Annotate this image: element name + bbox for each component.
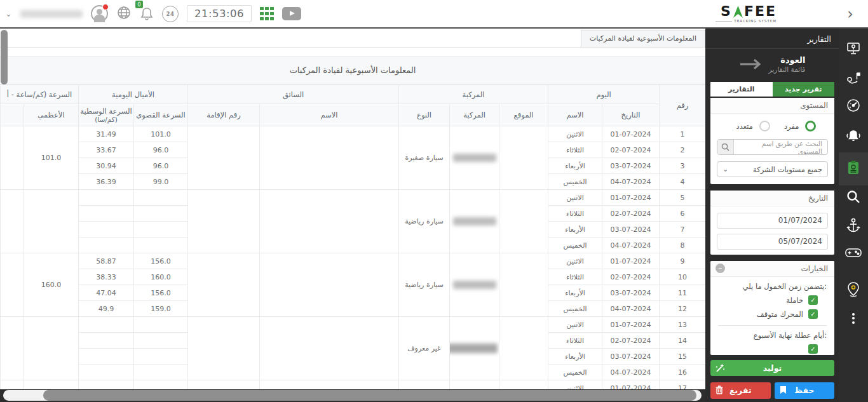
company-levels-select[interactable]: ⌄ جميع مستويات الشركة — [717, 161, 828, 177]
date-to-input[interactable]: 05/07/2024 — [717, 234, 828, 250]
save-button[interactable]: حفظ — [775, 382, 835, 399]
tab-saved-reports[interactable]: التقارير المحفوظة — [710, 82, 773, 97]
options-card: الخيارات – يتضمن زمن الخمول ما يلي: ✓ خا… — [710, 261, 834, 355]
cell-day-name: الخميس — [548, 301, 602, 317]
monitoring-screen-icon[interactable] — [846, 41, 860, 58]
globe-icon[interactable] — [116, 5, 132, 23]
checkbox-idle[interactable]: ✓ — [808, 295, 818, 305]
cell-day-name: الاثنين — [548, 253, 602, 269]
search-button[interactable] — [717, 140, 734, 154]
cell-num: 7 — [660, 222, 705, 238]
logo-letters-fee: FEE — [744, 4, 776, 18]
cell-max-speed — [134, 317, 188, 333]
table-row: 101-07-2024الاثنينسيارة صغيرة101.031.491… — [1, 126, 706, 142]
header-row: التاريخ الاسم الموقع المركبة النوع الاسم… — [1, 104, 706, 126]
col-day-name: الاسم — [548, 104, 602, 126]
back-to-reports-list[interactable]: العودة قائمة التقارير — [705, 49, 839, 80]
col-date: التاريخ — [602, 104, 660, 126]
cell-overall-max-speed — [24, 317, 79, 380]
cell-vehicle-type: سيارة رياضية — [399, 253, 450, 317]
search-nav-icon[interactable] — [846, 189, 861, 207]
nav-icon-rail — [839, 29, 868, 402]
col-overall-max: الأعظمي — [24, 104, 79, 126]
collapse-options-icon[interactable]: – — [715, 264, 725, 273]
generate-button[interactable]: توليد — [710, 360, 834, 376]
radio-multi-label: متعدد — [736, 122, 753, 131]
cell-num: 3 — [660, 158, 705, 174]
user-menu-chevron-icon[interactable]: ⌄ — [5, 9, 12, 18]
cell-avg-speed: 36.39 — [79, 174, 134, 190]
cell-day-name: الاثنين — [548, 190, 602, 206]
more-options-kebab-icon[interactable] — [852, 311, 855, 325]
cell-vehicle-type: غير معروف — [399, 317, 450, 380]
notifications-bell-icon[interactable]: 0 — [140, 6, 154, 24]
cell-vehicle — [450, 317, 499, 380]
radio-multi[interactable] — [759, 121, 770, 131]
cell-day-name: الاثنين — [548, 317, 602, 333]
cell-driver-name — [260, 190, 399, 253]
support-24h-icon[interactable]: 24 — [162, 6, 179, 22]
horizontal-scrollbar-thumb[interactable] — [43, 390, 696, 401]
cell-date: 03-07-2024 — [602, 349, 660, 365]
tab-new-report[interactable]: تقرير جديد — [773, 82, 835, 97]
avatar[interactable] — [91, 5, 108, 22]
cell-residence-number — [188, 126, 260, 190]
cell-date: 04-07-2024 — [602, 238, 660, 253]
gamepad-icon[interactable] — [845, 247, 862, 261]
colgroup-speed: السرعة (كم/ساعة - أ — [1, 85, 79, 104]
cell-location — [499, 253, 548, 317]
report-tab[interactable]: المعلومات الأسبوعية لقيادة المركبات — [581, 30, 705, 47]
checkbox-weekend[interactable]: ✓ — [808, 344, 818, 354]
cell-num: 6 — [660, 206, 705, 222]
col-vehicle: المركبة — [450, 104, 499, 126]
cell-max-speed — [134, 365, 188, 380]
col-location: الموقع — [499, 104, 548, 126]
youtube-icon[interactable] — [282, 7, 301, 20]
date-card: التاريخ 01/07/2024 05/07/2024 — [710, 191, 834, 255]
dashboard-gauge-icon[interactable] — [846, 98, 861, 116]
col-driver-name: الاسم — [260, 104, 399, 126]
checkbox-engine-off[interactable]: ✓ — [808, 309, 818, 319]
cell-vehicle — [450, 126, 499, 190]
col-residence: رقم الإقامة — [188, 104, 260, 126]
cell-avg-speed — [79, 190, 134, 206]
cell-driver-name — [260, 253, 399, 317]
col-num: رقم — [660, 85, 705, 126]
vertical-scrollbar-thumb[interactable] — [1, 30, 8, 84]
cell-day-name: الأربعاء — [548, 222, 602, 238]
select-chevron-icon: ⌄ — [722, 165, 728, 173]
cell-num: 10 — [660, 269, 705, 285]
cell-avg-speed: 38.33 — [79, 269, 134, 285]
collapse-sidebar-chevron[interactable]: › — [837, 8, 863, 20]
clear-button[interactable]: تفريغ — [710, 382, 771, 399]
radio-single[interactable] — [805, 121, 816, 131]
cell-max-speed: 156.0 — [134, 253, 188, 269]
alerts-bell-icon[interactable] — [845, 130, 862, 146]
reports-clipboard-icon[interactable] — [847, 160, 860, 178]
vehicle-plate-blurred — [453, 217, 496, 225]
cell-avg-speed: 31.49 — [79, 126, 134, 142]
cell-avg-speed — [79, 317, 134, 333]
apps-grid-icon[interactable] — [260, 7, 274, 21]
cell-avg-speed: 49.9 — [79, 301, 134, 317]
cell-num: 5 — [660, 190, 705, 206]
cell-max-speed — [134, 349, 188, 365]
date-from-input[interactable]: 01/07/2024 — [717, 213, 828, 229]
geofence-pin-icon[interactable] — [847, 282, 860, 300]
cell-date: 02-07-2024 — [602, 206, 660, 222]
back-label: العودة — [769, 55, 806, 65]
clock-display: 21:53:06 — [187, 5, 252, 22]
date-card-title: التاريخ — [710, 191, 834, 206]
cell-date: 01-07-2024 — [602, 126, 660, 142]
cell-driver-name — [260, 317, 399, 380]
table-row: 1301-07-2024الاثنينغير معروف — [1, 317, 706, 333]
cell-max-speed: 159.0 — [134, 301, 188, 317]
table-row: 901-07-2024الاثنينسيارة رياضية156.058.87… — [1, 253, 706, 269]
anchor-icon[interactable] — [846, 218, 860, 236]
trips-route-icon[interactable] — [846, 71, 860, 88]
cell-residence-number — [188, 317, 260, 380]
cell-max-speed — [134, 206, 188, 222]
notification-dot — [102, 4, 109, 10]
cell-date: 03-07-2024 — [602, 285, 660, 301]
level-search-input[interactable]: البحث عن طريق اسم المستوى — [734, 140, 827, 154]
